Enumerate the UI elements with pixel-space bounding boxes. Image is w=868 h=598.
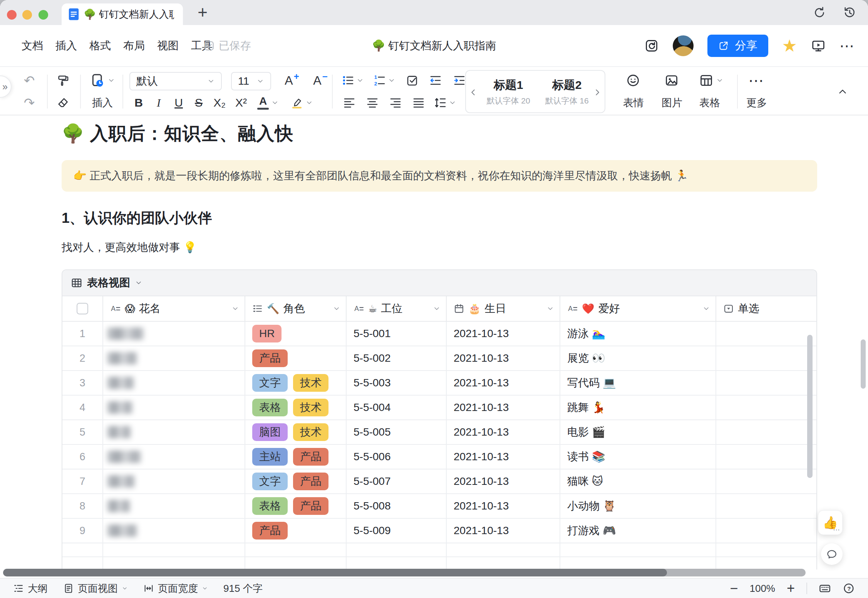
- cell-role[interactable]: 文字技术: [245, 371, 347, 395]
- window-vertical-scrollbar[interactable]: [861, 339, 866, 389]
- underline-button[interactable]: U: [169, 94, 188, 112]
- cell-hobby[interactable]: 打游戏 🎮: [560, 519, 716, 543]
- cell-birthday[interactable]: 2021-10-13: [447, 396, 560, 419]
- doc-heading-1[interactable]: 🌳 入职后：知识全、融入快: [62, 122, 293, 146]
- font-size-select[interactable]: 11: [231, 72, 271, 90]
- column-header-seat[interactable]: A☕工位: [347, 296, 447, 321]
- cell-hobby[interactable]: 游泳 🏊‍♀️: [560, 322, 716, 346]
- cell-empty[interactable]: [447, 543, 560, 556]
- table-row[interactable]: 9产品5-5-0092021-10-13打游戏 🎮: [62, 519, 816, 543]
- table-row[interactable]: 7文字产品5-5-0072021-10-13猫咪 🐱: [62, 469, 816, 494]
- gallery-next-icon[interactable]: [592, 85, 602, 99]
- insert-button[interactable]: [87, 72, 118, 89]
- cell-seat[interactable]: 5-5-001: [347, 322, 447, 346]
- cell-seat[interactable]: 5-5-004: [347, 396, 447, 419]
- cell-select[interactable]: [716, 371, 816, 395]
- table-row[interactable]: 8表格产品5-5-0082021-10-13小动物 🦉: [62, 494, 816, 519]
- menu-item[interactable]: 布局: [123, 38, 145, 53]
- row-number-cell[interactable]: 1: [62, 322, 103, 346]
- menu-item[interactable]: 格式: [89, 38, 111, 53]
- cell-empty[interactable]: [62, 557, 103, 570]
- cell-hobby[interactable]: 跳舞 💃: [560, 396, 716, 419]
- cell-empty[interactable]: [245, 543, 347, 556]
- row-number-cell[interactable]: 5: [62, 420, 103, 444]
- horizontal-scrollbar-thumb[interactable]: [3, 569, 667, 576]
- cell-birthday[interactable]: 2021-10-13: [447, 420, 560, 444]
- cell-select[interactable]: [716, 469, 816, 493]
- cell-empty[interactable]: [560, 557, 716, 570]
- strikethrough-button[interactable]: S: [189, 94, 208, 112]
- doc-paragraph[interactable]: 找对人，更高效地做对事 💡: [62, 240, 197, 255]
- line-spacing-button[interactable]: [432, 94, 458, 112]
- column-header-name[interactable]: A😱花名: [103, 296, 245, 321]
- comment-button[interactable]: [821, 543, 843, 565]
- table-row[interactable]: 2产品5-5-0022021-10-13展览 👀: [62, 346, 816, 371]
- table-row[interactable]: 4表格技术5-5-0042021-10-13跳舞 💃: [62, 396, 816, 420]
- clear-format-button[interactable]: [53, 94, 73, 112]
- shortcuts-icon[interactable]: [819, 582, 831, 595]
- style-heading2[interactable]: 标题2 默认字体 16: [541, 71, 592, 112]
- cell-name[interactable]: [103, 371, 245, 395]
- cell-hobby[interactable]: 写代码 💻: [560, 371, 716, 395]
- decrease-font-button[interactable]: A−: [309, 72, 332, 89]
- row-number-cell[interactable]: 8: [62, 494, 103, 518]
- cell-role[interactable]: 脑图技术: [245, 420, 347, 444]
- cell-birthday[interactable]: 2021-10-13: [447, 371, 560, 395]
- row-number-cell[interactable]: 4: [62, 396, 103, 419]
- task-list-button[interactable]: [403, 72, 422, 89]
- cell-name[interactable]: [103, 346, 245, 370]
- cell-name[interactable]: [103, 322, 245, 346]
- collapse-toolbar-button[interactable]: [832, 81, 853, 102]
- row-number-cell[interactable]: 9: [62, 519, 103, 543]
- cell-seat[interactable]: 5-5-006: [347, 445, 447, 469]
- cell-birthday[interactable]: 2021-10-13: [447, 322, 560, 346]
- cell-name[interactable]: [103, 420, 245, 444]
- indent-decrease-button[interactable]: [426, 72, 445, 89]
- redo-button[interactable]: ↷: [19, 94, 39, 112]
- cell-empty[interactable]: [103, 543, 245, 556]
- cell-name[interactable]: [103, 519, 245, 543]
- column-header-select[interactable]: 单选: [716, 296, 816, 321]
- undo-button[interactable]: ↶: [19, 72, 39, 89]
- emoji-button[interactable]: [623, 72, 643, 89]
- reload-icon[interactable]: [813, 5, 826, 19]
- avatar[interactable]: [673, 35, 694, 56]
- cell-role[interactable]: 产品: [245, 519, 347, 543]
- column-header-hobby[interactable]: A❤️爱好: [560, 296, 716, 321]
- table-button[interactable]: [696, 72, 726, 89]
- align-left-button[interactable]: [340, 94, 359, 112]
- history-icon[interactable]: [843, 5, 856, 19]
- table-row[interactable]: 3文字技术5-5-0032021-10-13写代码 💻: [62, 371, 816, 396]
- cell-empty[interactable]: [62, 543, 103, 556]
- new-tab-button[interactable]: +: [193, 2, 213, 22]
- cell-birthday[interactable]: 2021-10-13: [447, 469, 560, 493]
- cell-name[interactable]: [103, 494, 245, 518]
- reaction-button[interactable]: 👍 ⋯: [818, 510, 843, 535]
- select-all-checkbox[interactable]: [77, 303, 88, 314]
- bold-button[interactable]: B: [129, 94, 148, 112]
- cell-hobby[interactable]: 猫咪 🐱: [560, 469, 716, 493]
- menu-item[interactable]: 文档: [22, 38, 43, 53]
- zoom-out-button[interactable]: −: [730, 581, 738, 595]
- cell-role[interactable]: 产品: [245, 346, 347, 370]
- cell-select[interactable]: [716, 346, 816, 370]
- cell-birthday[interactable]: 2021-10-13: [447, 519, 560, 543]
- cell-name[interactable]: [103, 396, 245, 419]
- cell-empty[interactable]: [103, 557, 245, 570]
- zoom-in-button[interactable]: +: [787, 581, 795, 595]
- cell-seat[interactable]: 5-5-003: [347, 371, 447, 395]
- format-painter-button[interactable]: [53, 72, 73, 89]
- document-canvas[interactable]: 🌳 入职后：知识全、融入快 👉 正式入职后，就是一段长期的修炼啦，这里有全部团队…: [0, 115, 868, 578]
- document-tab[interactable]: 🌳 钉钉文档新人入职指: [62, 3, 183, 25]
- document-title[interactable]: 🌳 钉钉文档新人入职指南: [372, 25, 496, 66]
- row-number-cell[interactable]: 2: [62, 346, 103, 370]
- menu-item[interactable]: 插入: [55, 38, 77, 53]
- cell-hobby[interactable]: 小动物 🦉: [560, 494, 716, 518]
- column-header-birthday[interactable]: 🎂生日: [447, 296, 560, 321]
- cell-empty[interactable]: [347, 557, 447, 570]
- superscript-button[interactable]: X²: [232, 94, 250, 112]
- table-row-empty[interactable]: [62, 557, 816, 570]
- cell-empty[interactable]: [347, 543, 447, 556]
- minimize-window-button[interactable]: [22, 10, 32, 20]
- cell-empty[interactable]: [716, 557, 816, 570]
